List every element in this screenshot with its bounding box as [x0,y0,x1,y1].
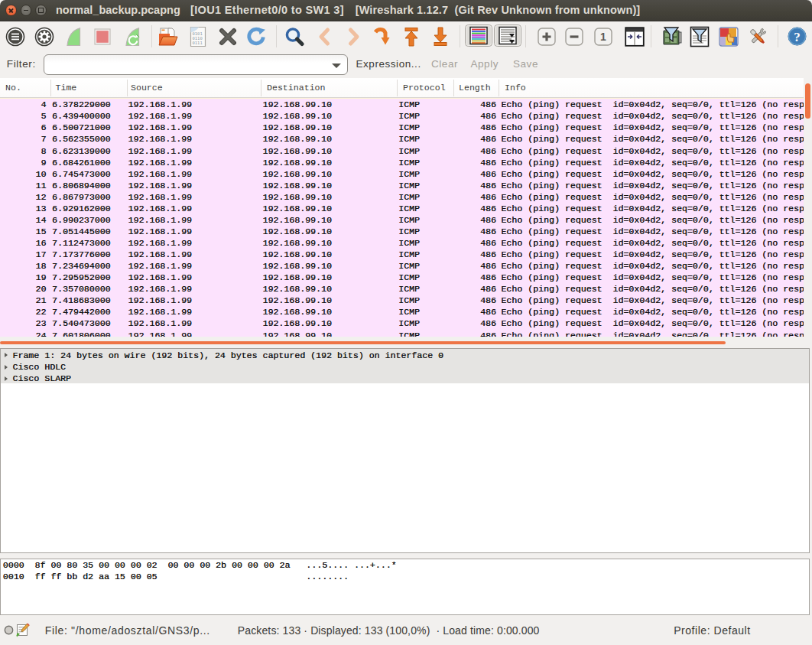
svg-text:1: 1 [600,31,606,43]
svg-text:?: ? [794,30,801,44]
svg-text:0111: 0111 [192,41,202,45]
